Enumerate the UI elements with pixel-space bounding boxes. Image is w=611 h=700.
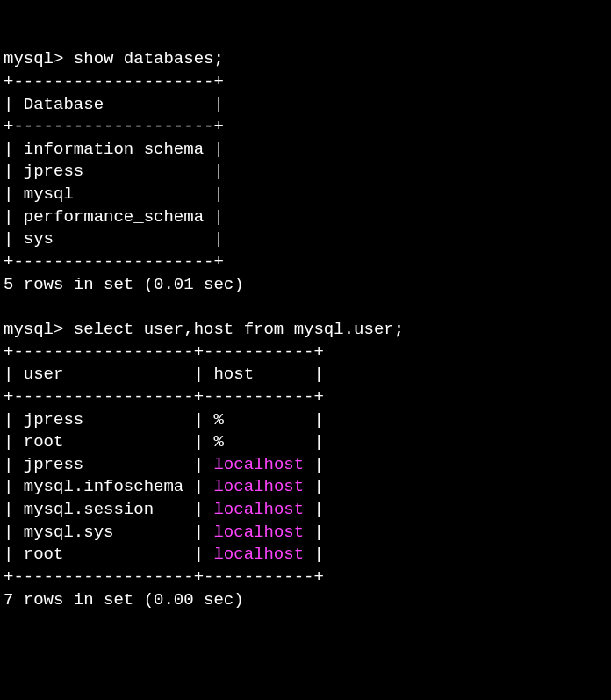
table2-row: | jpress | localhost | [4,455,324,474]
table2-host-cell: localhost [213,455,304,474]
table2-user-cell: mysql.session [24,500,154,519]
table2-user-cell: jpress [24,455,83,474]
table2-user-cell: mysql.infoschema [24,477,183,496]
table1-row: | information_schema | [4,140,224,159]
table2-host-cell: localhost [213,545,304,564]
table1-row: | mysql | [4,184,224,204]
prompt-line: mysql> select user,host from mysql.user; [4,320,404,339]
table2-row: | root | % | [4,432,324,451]
table2-header-user: user [24,364,64,384]
mysql-prompt[interactable]: mysql> [4,320,74,339]
table1-border-mid: +--------------------+ [4,117,224,136]
table1-border-top: +--------------------+ [4,72,224,91]
mysql-prompt[interactable]: mysql> [4,49,74,69]
table1-cell: performance_schema [24,207,204,227]
table2-row: | mysql.infoschema | localhost | [4,477,324,496]
table2-host-cell: % [213,410,223,429]
table1-row: | jpress | [4,162,224,181]
table1-header: Database [24,95,104,114]
table2-user-cell: root [24,545,64,564]
table2-user-cell: root [24,432,64,451]
terminal-output: mysql> show databases; +----------------… [4,48,607,611]
table1-cell: jpress [24,162,83,181]
table2-header-host: host [213,364,254,384]
table2-row: | jpress | % | [4,410,324,429]
table2-user-cell: jpress [24,410,83,429]
table1-cell: information_schema [24,140,204,159]
prompt-line: mysql> show databases; [4,49,224,69]
command1: show databases; [74,49,224,69]
table2-header-row: | user | host | [4,364,324,384]
table2-border-mid: +------------------+-----------+ [4,387,324,407]
table2-host-cell: localhost [213,477,304,496]
table2-row: | root | localhost | [4,545,324,564]
table1-cell: sys [24,229,54,249]
table2-row: | mysql.session | localhost | [4,500,324,519]
table2-row: | mysql.sys | localhost | [4,523,324,542]
command2: select user,host from mysql.user; [74,320,404,339]
result-status2: 7 rows in set (0.00 sec) [4,590,244,610]
table1-row: | performance_schema | [4,207,224,227]
table2-host-cell: % [213,432,223,451]
table1-header-row: | Database | [4,95,224,114]
table1-row: | sys | [4,229,224,249]
table1-cell: mysql [24,184,74,204]
table2-user-cell: mysql.sys [24,523,114,542]
table2-host-cell: localhost [213,500,304,519]
table2-host-cell: localhost [213,523,304,542]
table2-border-bottom: +------------------+-----------+ [4,567,324,587]
result-status1: 5 rows in set (0.01 sec) [4,275,244,294]
table1-border-bottom: +--------------------+ [4,252,224,271]
table2-border-top: +------------------+-----------+ [4,343,324,362]
